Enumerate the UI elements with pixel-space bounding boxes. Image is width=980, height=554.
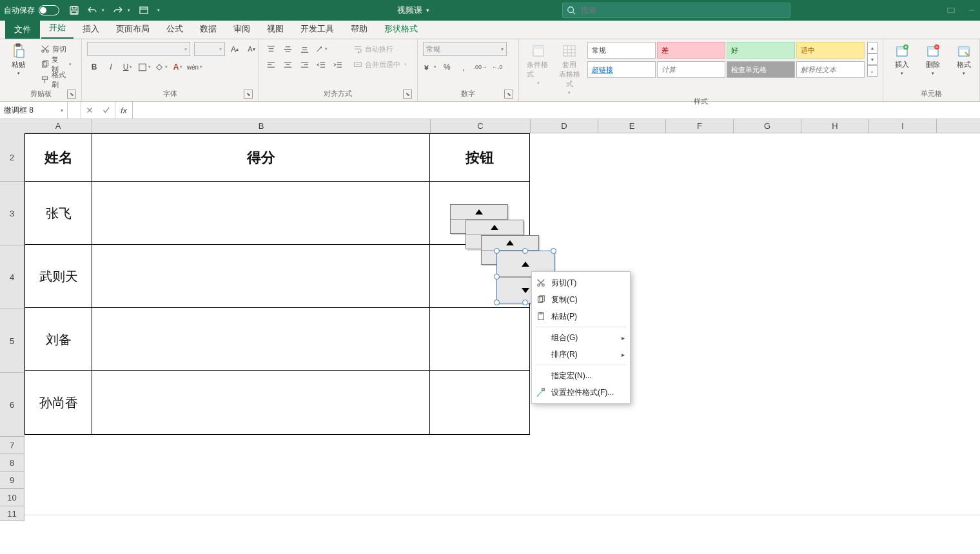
align-left-icon[interactable] (264, 57, 278, 72)
style-normal[interactable]: 常规 (587, 42, 656, 59)
copy-button[interactable]: 复制 (36, 57, 76, 72)
row-header-6[interactable]: 6 (0, 373, 24, 437)
align-launcher[interactable]: ⬊ (403, 90, 412, 99)
increase-decimal-icon[interactable]: .00→ (473, 60, 487, 74)
table-cell[interactable] (92, 181, 431, 245)
col-header-B[interactable]: B (92, 119, 431, 133)
worksheet-area[interactable]: ABCDEFGHI 234567891011 姓名得分按钮张飞武则天刘备孙尚香 … (0, 119, 980, 554)
orientation-icon[interactable] (314, 42, 328, 56)
autosave-toggle[interactable]: 自动保存 (4, 5, 59, 16)
align-middle-icon[interactable] (280, 42, 295, 56)
border-button[interactable] (137, 60, 152, 74)
table-cell[interactable] (92, 370, 431, 435)
undo-dropdown[interactable]: ▾ (101, 5, 106, 16)
insert-cells-button[interactable]: 插入▾ (888, 42, 916, 77)
row-header-4[interactable]: 4 (0, 245, 24, 309)
tab-view[interactable]: 视图 (259, 20, 291, 39)
minimize-icon[interactable] (967, 6, 976, 15)
tab-insert[interactable]: 插入 (75, 20, 107, 39)
percent-format-icon[interactable]: % (440, 60, 454, 74)
search-input[interactable] (580, 5, 786, 15)
number-launcher[interactable]: ⬊ (504, 90, 513, 99)
autosave-switch[interactable] (39, 5, 59, 15)
style-gallery-scroll[interactable]: ▴ ▾ ⌄ (867, 42, 877, 78)
tab-file[interactable]: 文件 (5, 21, 40, 39)
row-header-8[interactable]: 8 (0, 454, 24, 472)
font-size-combo[interactable]: ▾ (194, 42, 225, 56)
align-bottom-icon[interactable] (297, 42, 311, 56)
col-header-A[interactable]: A (24, 119, 92, 133)
paste-button[interactable]: 粘贴 ▾ (5, 42, 32, 77)
row-headers[interactable]: 234567891011 (0, 133, 24, 521)
col-header-G[interactable]: G (734, 119, 801, 133)
decrease-font-icon[interactable]: A▾ (244, 42, 259, 56)
style-check-cell[interactable]: 检查单元格 (727, 61, 795, 78)
ctx-assign-macro[interactable]: 指定宏(N)... (532, 367, 630, 384)
tab-home[interactable]: 开始 (41, 19, 74, 39)
align-center-icon[interactable] (280, 57, 295, 72)
font-color-button[interactable]: A (171, 60, 185, 74)
enter-formula-icon[interactable] (98, 106, 115, 115)
style-neutral[interactable]: 适中 (796, 42, 865, 59)
ctx-copy[interactable]: 复制(C) (532, 291, 630, 308)
save-icon[interactable] (68, 5, 80, 16)
table-cell[interactable]: 姓名 (24, 133, 93, 182)
redo-button[interactable] (112, 5, 124, 16)
font-launcher[interactable]: ⬊ (244, 90, 253, 99)
align-right-icon[interactable] (297, 57, 311, 72)
undo-button[interactable] (86, 5, 98, 16)
ctx-format-control[interactable]: 设置控件格式(F)... (532, 384, 630, 401)
tab-formulas[interactable]: 公式 (159, 20, 191, 39)
name-box[interactable]: 微调框 8 (0, 102, 68, 119)
row-header-11[interactable]: 11 (0, 506, 24, 521)
row-header-7[interactable]: 7 (0, 437, 24, 454)
row-header-9[interactable]: 9 (0, 472, 24, 489)
col-header-H[interactable]: H (801, 119, 869, 133)
col-header-D[interactable]: D (531, 119, 598, 133)
accounting-format-icon[interactable]: ¥ (423, 60, 437, 74)
underline-button[interactable]: U (121, 60, 135, 74)
row-header-2[interactable]: 2 (0, 133, 24, 182)
increase-indent-icon[interactable] (331, 57, 345, 72)
qat-more-icon[interactable] (138, 5, 150, 16)
col-header-E[interactable]: E (598, 119, 666, 133)
comma-format-icon[interactable]: , (456, 60, 471, 74)
ctx-group[interactable]: 组合(G) ▸ (532, 329, 630, 346)
row-header-3[interactable]: 3 (0, 182, 24, 245)
style-bad[interactable]: 差 (657, 42, 725, 59)
tab-shape-format[interactable]: 形状格式 (377, 20, 426, 39)
cancel-formula-icon[interactable] (81, 106, 98, 115)
table-cell[interactable] (92, 307, 431, 372)
tab-developer[interactable]: 开发工具 (293, 20, 342, 39)
qat-customize-icon[interactable]: ▾ (156, 5, 161, 16)
font-name-combo[interactable]: ▾ (87, 42, 190, 56)
format-cells-button[interactable]: 格式▾ (950, 42, 977, 77)
col-header-C[interactable]: C (431, 119, 531, 133)
ctx-paste[interactable]: 粘贴(P) (532, 308, 630, 325)
clipboard-launcher[interactable]: ⬊ (67, 90, 76, 99)
cut-button[interactable]: 剪切 (36, 42, 76, 56)
number-format-combo[interactable]: 常规▾ (423, 42, 507, 56)
decrease-indent-icon[interactable] (314, 57, 328, 72)
tab-review[interactable]: 审阅 (226, 20, 258, 39)
search-box[interactable] (562, 3, 790, 18)
increase-font-icon[interactable]: A▴ (228, 42, 242, 56)
document-title[interactable]: 视频课 ▾ (397, 5, 429, 16)
phonetic-button[interactable]: wén (188, 60, 202, 74)
table-cell[interactable]: 孙尚香 (24, 370, 93, 435)
tab-page-layout[interactable]: 页面布局 (108, 20, 157, 39)
table-cell[interactable] (429, 370, 530, 435)
table-cell[interactable]: 刘备 (24, 307, 93, 372)
row-header-5[interactable]: 5 (0, 309, 24, 373)
style-good[interactable]: 好 (727, 42, 795, 59)
format-painter-button[interactable]: 格式刷 (36, 73, 76, 87)
fx-icon[interactable]: fx (115, 102, 133, 119)
ctx-order[interactable]: 排序(R) ▸ (532, 346, 630, 363)
cell-styles-gallery[interactable]: 常规 超链接 差 计算 好 检查单元格 适中 解释性文本 ▴ ▾ (587, 42, 877, 78)
align-top-icon[interactable] (264, 42, 278, 56)
table-cell[interactable]: 得分 (92, 133, 431, 182)
ribbon-display-icon[interactable] (946, 6, 956, 15)
format-as-table-button[interactable]: 套用 表格格式▾ (556, 42, 583, 97)
col-header-F[interactable]: F (666, 119, 734, 133)
table-cell[interactable]: 武则天 (24, 244, 93, 309)
